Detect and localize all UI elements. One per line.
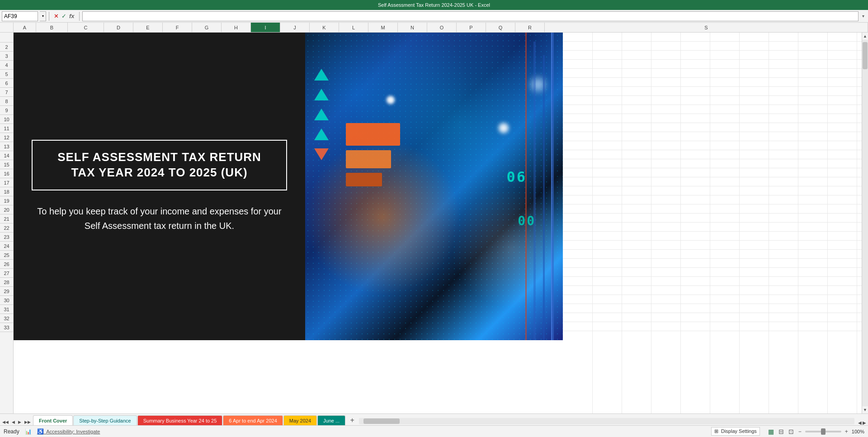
col-A[interactable]: A xyxy=(14,23,36,32)
row-headers: 2 3 4 5 6 7 8 9 10 11 12 13 14 15 16 17 … xyxy=(0,23,14,413)
sheet-last-arrow[interactable]: ▶▶ xyxy=(23,419,32,425)
col-N[interactable]: N xyxy=(398,23,427,32)
col-M[interactable]: M xyxy=(368,23,398,32)
tab-june[interactable]: June ... xyxy=(317,415,345,425)
sheet-prev-arrow[interactable]: ◀ xyxy=(10,419,16,425)
col-K[interactable]: K xyxy=(310,23,339,32)
col-R[interactable]: R xyxy=(515,23,545,32)
row-header-3[interactable]: 3 xyxy=(0,52,13,61)
row-header-33[interactable]: 33 xyxy=(0,323,13,332)
tab-apr[interactable]: 6 Apr to end Apr 2024 xyxy=(223,415,283,425)
row-header-16[interactable]: 16 xyxy=(0,169,13,178)
row-header-5[interactable]: 5 xyxy=(0,70,13,79)
row-header-12[interactable]: 12 xyxy=(0,133,13,142)
row-header-2[interactable]: 2 xyxy=(0,43,13,52)
row-header-13[interactable]: 13 xyxy=(0,142,13,151)
col-H[interactable]: H xyxy=(222,23,251,32)
row-header-27[interactable]: 27 xyxy=(0,269,13,278)
scroll-sheet-left[interactable]: ◀ xyxy=(858,420,862,425)
zoom-slider[interactable] xyxy=(805,431,841,432)
zoom-percent-text[interactable]: 100% xyxy=(852,429,864,434)
col-headers: A B C D E F G H I J K L M N O P Q R S xyxy=(14,23,868,33)
cancel-icon[interactable]: ✕ xyxy=(54,13,59,19)
row-header-6[interactable]: 6 xyxy=(0,79,13,88)
sheet-first-arrow[interactable]: ◀◀ xyxy=(1,419,10,425)
row-header-10[interactable]: 10 xyxy=(0,115,13,124)
h-scrollbar[interactable] xyxy=(359,418,854,424)
row-header-31[interactable]: 31 xyxy=(0,305,13,314)
content-right: 06 00 xyxy=(305,33,563,340)
row-header-11[interactable]: 11 xyxy=(0,124,13,133)
row-header-24[interactable]: 24 xyxy=(0,242,13,251)
row-header-29[interactable]: 29 xyxy=(0,287,13,296)
row-header-18[interactable]: 18 xyxy=(0,187,13,196)
col-E[interactable]: E xyxy=(133,23,163,32)
col-L[interactable]: L xyxy=(339,23,368,32)
bottom-area: ◀◀ ◀ ▶ ▶▶ Front Cover Step-by-Step Guida… xyxy=(0,413,868,437)
cells-area[interactable]: SELF ASSESSMENT TAX RETURN TAX YEAR 2024… xyxy=(14,33,862,413)
page-layout-icon[interactable]: ⊟ xyxy=(778,428,785,435)
tab-summary[interactable]: Summary Business Year 24 to 25 xyxy=(137,415,223,425)
empty-cells-right[interactable] xyxy=(563,33,862,413)
col-G[interactable]: G xyxy=(192,23,222,32)
col-P[interactable]: P xyxy=(457,23,486,32)
function-icon[interactable]: fx xyxy=(69,13,75,19)
formula-expand-icon[interactable]: ▾ xyxy=(860,14,866,19)
tab-front-cover[interactable]: Front Cover xyxy=(33,415,73,425)
row-header-25[interactable]: 25 xyxy=(0,251,13,260)
confirm-icon[interactable]: ✓ xyxy=(61,13,66,19)
row-header-30[interactable]: 30 xyxy=(0,296,13,305)
content-overlay: SELF ASSESSMENT TAX RETURN TAX YEAR 2024… xyxy=(14,33,563,340)
tab-may[interactable]: May 2024 xyxy=(283,415,317,425)
status-bar: Ready 📊 ♿ Accessibility: Investigate ⊞ D… xyxy=(0,425,868,437)
col-I[interactable]: I xyxy=(251,23,280,32)
name-box[interactable]: AF39 xyxy=(2,11,38,21)
row-header-28[interactable]: 28 xyxy=(0,278,13,287)
row-header-19[interactable]: 19 xyxy=(0,196,13,205)
display-settings-icon: ⊞ xyxy=(714,428,718,434)
normal-view-icon[interactable]: ▦ xyxy=(767,428,775,435)
row-header-23[interactable]: 23 xyxy=(0,233,13,242)
row-header-1[interactable] xyxy=(0,33,13,43)
vertical-scrollbar[interactable]: ▲ ▼ xyxy=(862,33,868,413)
main-title: SELF ASSESSMENT TAX RETURN TAX YEAR 2024… xyxy=(57,150,261,179)
col-J[interactable]: J xyxy=(280,23,310,32)
formula-input[interactable] xyxy=(82,11,859,21)
scroll-up-arrow[interactable]: ▲ xyxy=(862,33,868,40)
col-F[interactable]: F xyxy=(163,23,192,32)
row-header-7[interactable]: 7 xyxy=(0,88,13,97)
col-C[interactable]: C xyxy=(68,23,104,32)
row-header-9[interactable]: 9 xyxy=(0,106,13,115)
accessibility-text[interactable]: ♿ Accessibility: Investigate xyxy=(37,428,100,435)
scroll-down-arrow[interactable]: ▼ xyxy=(862,406,868,413)
workbook-stats-icon[interactable]: 📊 xyxy=(25,428,32,435)
scroll-sheet-right[interactable]: ▶ xyxy=(863,420,866,425)
row-header-21[interactable]: 21 xyxy=(0,214,13,223)
row-header-4[interactable]: 4 xyxy=(0,61,13,70)
row-header-22[interactable]: 22 xyxy=(0,223,13,233)
row-header-26[interactable]: 26 xyxy=(0,260,13,269)
col-S[interactable]: S xyxy=(545,23,868,32)
row-header-14[interactable]: 14 xyxy=(0,151,13,160)
accessibility-icon: ♿ xyxy=(37,428,44,435)
row-header-32[interactable]: 32 xyxy=(0,314,13,323)
row-header-17[interactable]: 17 xyxy=(0,178,13,187)
title-bar-text: Self Assessment Tax Return 2024-2025 UK … xyxy=(378,2,490,8)
row-header-8[interactable]: 8 xyxy=(0,97,13,106)
grid-container: A B C D E F G H I J K L M N O P Q R S xyxy=(14,23,868,413)
col-B[interactable]: B xyxy=(36,23,68,32)
display-settings-button[interactable]: ⊞ Display Settings xyxy=(711,427,760,436)
zoom-in-icon[interactable]: + xyxy=(844,428,849,435)
col-D[interactable]: D xyxy=(104,23,133,32)
col-Q[interactable]: Q xyxy=(486,23,515,32)
page-break-icon[interactable]: ⊡ xyxy=(788,428,795,435)
add-sheet-button[interactable]: + xyxy=(347,415,357,425)
sheet-next-arrow[interactable]: ▶ xyxy=(17,419,23,425)
row-header-20[interactable]: 20 xyxy=(0,205,13,214)
row-header-15[interactable]: 15 xyxy=(0,160,13,169)
name-box-dropdown[interactable]: ▾ xyxy=(40,11,46,21)
zoom-out-icon[interactable]: − xyxy=(797,428,802,435)
title-bar: Self Assessment Tax Return 2024-2025 UK … xyxy=(0,0,868,10)
col-O[interactable]: O xyxy=(427,23,457,32)
tab-guidance[interactable]: Step-by-Step Guidance xyxy=(73,415,137,425)
